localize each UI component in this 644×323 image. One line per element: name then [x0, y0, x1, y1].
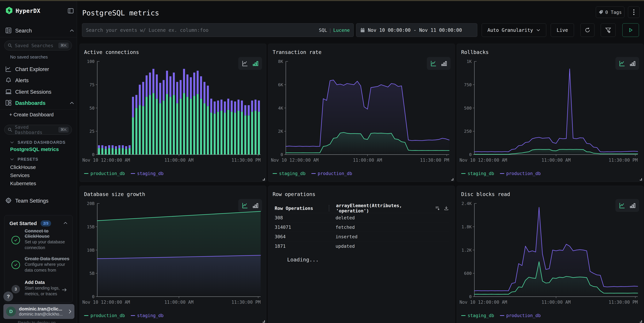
table-row[interactable]: 3064inserted [275, 232, 449, 241]
chart-title: Row operations [272, 191, 316, 197]
chevron-up-icon[interactable] [69, 29, 74, 33]
panel-resize-handle[interactable] [640, 320, 642, 322]
granularity-dropdown[interactable]: Auto Granularity [482, 23, 546, 37]
svg-text:Nov 10 12:00:00 AM: Nov 10 12:00:00 AM [82, 300, 130, 305]
database-size-growth-chart[interactable]: 20B15B10B5B0Nov 10 12:00:00 AM11:00:00 A… [82, 201, 264, 306]
legend-item[interactable]: production_db [500, 171, 541, 176]
sidebar-item-alerts[interactable]: Alerts [15, 78, 28, 84]
table-row[interactable]: 314071fetched [275, 222, 449, 232]
legend-swatch [84, 173, 88, 174]
tag-icon [598, 10, 603, 14]
chart-legend: staging_dbproduction_db [461, 313, 541, 318]
more-options-button[interactable] [628, 6, 640, 18]
create-dashboard-button[interactable]: + Create Dashboard [9, 112, 54, 118]
sidebar-item-client-sessions[interactable]: Client Sessions [15, 89, 52, 95]
saved-searches-placeholder: Saved Searches [15, 43, 58, 48]
get-started-item[interactable]: Add Data Start sending logs, metrics, or… [25, 280, 60, 296]
alerts-bell-icon [5, 77, 12, 84]
panel-resize-handle[interactable] [640, 178, 642, 180]
legend-swatch [461, 173, 466, 174]
saved-dashboards-input[interactable]: Saved Dashboards ⌘K [4, 125, 72, 134]
chart-panel-rollbacks: Rollbacks 1K7505002500Nov 10 12:00:00 AM… [456, 44, 644, 182]
loading-indicator: Loading... [287, 256, 319, 263]
get-started-title: Get Started [10, 220, 37, 226]
shortcut-badge: ⌘K [58, 127, 69, 132]
svg-text:2.4K: 2.4K [462, 201, 472, 206]
saved-dashboards-group[interactable]: SAVED DASHBOARDS [10, 140, 66, 145]
sidebar-item-chart-explorer[interactable]: Chart Explorer [15, 66, 49, 72]
dashboard-link-postgresql-metrics[interactable]: PostgreSQL metrics [10, 146, 59, 152]
presets-group[interactable]: PRESETS [10, 157, 38, 162]
chevron-up-icon[interactable] [63, 221, 68, 226]
filter-button[interactable] [601, 23, 616, 37]
sql-toggle[interactable]: SQL [319, 28, 327, 33]
legend-item[interactable]: production_db [500, 313, 541, 318]
svg-text:11:00:00 AM: 11:00:00 AM [353, 158, 382, 163]
svg-text:Nov 10 12:00:00 AM: Nov 10 12:00:00 AM [82, 158, 130, 163]
table-row[interactable]: 308deleted [275, 213, 449, 222]
run-query-button[interactable] [622, 23, 639, 37]
search-icon [8, 43, 12, 48]
svg-text:11:00:00 AM: 11:00:00 AM [542, 300, 570, 305]
legend-item[interactable]: staging_db [131, 171, 164, 176]
legend-item[interactable]: production_db [84, 313, 125, 318]
svg-text:15B: 15B [87, 224, 94, 229]
chart-legend: staging_dbproduction_db [272, 171, 352, 176]
transaction-rate-chart[interactable]: 8K6K4K2K0Nov 10 12:00:00 AM11:00:00 AM11… [270, 59, 453, 164]
saved-searches-input[interactable]: Saved Searches ⌘K [4, 40, 72, 50]
svg-text:8K: 8K [278, 59, 283, 64]
panel-resize-handle[interactable] [263, 178, 265, 180]
chart-title: Rollbacks [461, 49, 489, 55]
help-button[interactable]: ? [4, 292, 13, 301]
column-header[interactable]: arrayElement(Attributes, 'operation') [329, 203, 435, 214]
preset-kubernetes[interactable]: Kubernetes [10, 180, 36, 186]
panel-resize-handle[interactable] [263, 320, 265, 322]
legend-item[interactable]: production_db [84, 171, 125, 176]
legend-item[interactable]: staging_db [131, 313, 164, 318]
get-started-item[interactable]: Create Data Sources Configure where your… [25, 256, 69, 273]
legend-item[interactable]: production_db [311, 171, 352, 176]
search-icon [8, 127, 12, 132]
svg-text:20B: 20B [87, 201, 94, 206]
live-button[interactable]: Live [551, 23, 574, 37]
lucene-toggle[interactable]: Lucene [333, 28, 350, 33]
tags-button[interactable]: 0 Tags [596, 6, 624, 18]
svg-text:11:00:00 AM: 11:00:00 AM [164, 158, 194, 163]
sort-icon[interactable] [435, 206, 440, 211]
chart-explorer-icon [5, 66, 12, 73]
sidebar-item-search[interactable]: Search [15, 28, 32, 34]
legend-swatch [500, 315, 504, 316]
svg-text:5B: 5B [90, 271, 94, 276]
arrow-right-icon [62, 288, 67, 293]
date-range-picker[interactable]: Nov 10 00:00:00 - Nov 11 00:00:00 [356, 23, 477, 37]
chart-legend: production_dbstaging_db [84, 171, 164, 176]
refresh-button[interactable] [580, 23, 594, 37]
user-profile-row[interactable]: D dominic.tran@clic... dominic.tran@clic… [4, 304, 74, 319]
legend-item[interactable]: staging_db [272, 171, 306, 176]
get-started-item[interactable]: Connect to ClickHouse Set up your databa… [25, 228, 65, 250]
row-count-cell: 1871 [275, 244, 329, 249]
legend-item[interactable]: staging_db [461, 171, 494, 176]
vertical-dots-icon [633, 9, 634, 15]
table-body: 308deleted314071fetched3064inserted1871u… [275, 213, 449, 251]
table-row[interactable]: 1871updated [275, 241, 449, 251]
preset-services[interactable]: Services [10, 172, 30, 178]
active-connections-chart[interactable]: 1007550250Nov 10 12:00:00 AM11:00:00 AM1… [82, 59, 264, 164]
rollbacks-chart[interactable]: 1K7505002500Nov 10 12:00:00 AM11:00:00 A… [459, 59, 642, 164]
event-search-input[interactable]: Search your events w/ Lucene ex. column:… [82, 23, 354, 37]
column-header[interactable]: Row Operations [275, 206, 329, 211]
sidebar-item-team-settings[interactable]: Team Settings [15, 198, 48, 204]
chart-panel-active-connections: Active connections 1007550250Nov 10 12:0… [80, 44, 266, 182]
hyperdx-logo-icon [5, 6, 13, 15]
download-icon[interactable] [444, 206, 449, 211]
legend-item[interactable]: staging_db [461, 313, 494, 318]
search-section-icon [5, 27, 12, 34]
disc-blocks-read-chart[interactable]: 2.4K1.8K1.2K6000Nov 10 12:00:00 AM11:00:… [459, 201, 642, 306]
sidebar-item-dashboards[interactable]: Dashboards [15, 100, 46, 106]
chevron-down-icon [536, 28, 540, 32]
svg-text:600: 600 [464, 271, 472, 276]
chevron-up-icon[interactable] [69, 101, 74, 106]
sidebar-collapse-icon[interactable] [67, 8, 74, 15]
preset-clickhouse[interactable]: ClickHouse [10, 164, 36, 170]
panel-resize-handle[interactable] [451, 178, 454, 180]
